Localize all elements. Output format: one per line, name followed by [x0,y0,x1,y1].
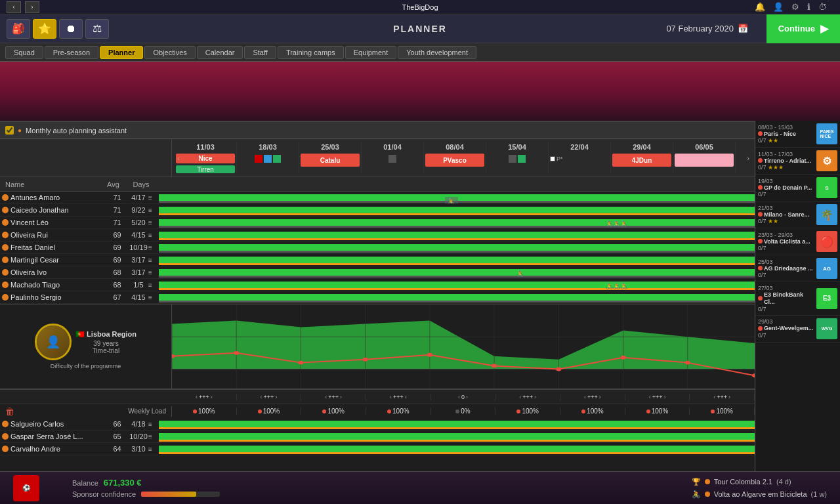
race-catalu[interactable]: Catalu [301,154,360,167]
squad-icon-btn[interactable]: 🎒 [7,19,30,39]
rider-row-s0[interactable]: Salgueiro Carlos 66 4/18 ≡ [0,418,755,430]
race-logo-7: WVG [816,318,837,339]
race-item-5[interactable]: 25/03 AG Driedaagse ... 0/7 AG [755,255,840,282]
back-button[interactable]: ‹ [7,1,21,13]
rider-name-1: Caicedo Jonathan [10,206,106,214]
race-info-7: 29/03 Gent-Wevelgem... 0/7 [758,318,814,339]
rider-name-s0: Salgueiro Carlos [10,420,106,428]
auto-plan-checkbox[interactable] [5,126,14,135]
top-nav[interactable]: ‹ › [7,1,39,13]
rider-menu-icon-s2[interactable]: ≡ [148,446,159,453]
gear-icon[interactable]: ⚙ [791,2,799,12]
rider-chart-3 [159,229,755,241]
rider-avg-6: 68 [106,268,129,276]
rider-menu-icon-0[interactable]: ≡ [148,194,159,201]
rider-row-2[interactable]: Vincent Léo 71 5/20 ≡ 🚴🚴🚴 [0,217,755,229]
rider-row-5[interactable]: Martingil Cesar 69 3/17 ≡ [0,254,755,266]
status-left: Balance 671,330 € Sponsor confidence [72,478,220,498]
race-item-6[interactable]: 27/03 E3 BinckBank Cl... 0/7 E3 [755,282,840,316]
calendar-icon[interactable]: 📅 [738,24,748,33]
balance-value: 671,330 € [104,478,142,488]
rider-row-1[interactable]: Caicedo Jonathan 71 9/22 ≡ [0,204,755,217]
rider-menu-icon-s1[interactable]: ≡ [148,433,159,440]
race-item-3[interactable]: 21/03 Milano - Sanre... 0/7 ★★ 🌴 [755,201,840,228]
weekly-load-label: Weekly Load [128,408,166,415]
rider-chart-7: 🚴🚴🚴 [159,279,755,291]
tab-staff[interactable]: Staff [244,46,276,59]
diff-cell-2[interactable]: ‹+++› [301,394,366,400]
rider-row-0[interactable]: Antunes Amaro 71 4/17 ≡ 🚴 [0,192,755,204]
planner-icon-btn[interactable]: ⭐ [33,19,56,39]
diff-cell-5[interactable]: ‹+++› [495,394,560,400]
rider-menu-icon-7[interactable]: ≡ [148,282,159,289]
tab-youth-development[interactable]: Youth development [398,46,476,59]
svg-point-14 [298,361,303,365]
race-item-0[interactable]: 08/03 - 15/03 Paris - Nice 0/7 ★★ PARISN… [755,121,840,148]
rider-row-3[interactable]: Oliveira Rui 69 4/15 ≡ [0,229,755,242]
rider-name-2: Vincent Léo [10,219,106,226]
svg-marker-0 [172,321,755,369]
race-name-7: Gent-Wevelgem... [764,325,813,332]
rider-menu-icon-s0[interactable]: ≡ [148,421,159,428]
rider-menu-icon-4[interactable]: ≡ [148,244,159,251]
rider-row-4[interactable]: Freitas Daniel 69 10/19 ≡ [0,242,755,254]
rider-menu-icon-1[interactable]: ≡ [148,207,159,214]
diff-cell-1[interactable]: ‹+++› [237,394,302,400]
rider-menu-icon-5[interactable]: ≡ [148,257,159,264]
rider-menu-icon-2[interactable]: ≡ [148,219,159,226]
diff-cell-6[interactable]: ‹+++› [560,394,625,400]
date-col-4: 08/04 [424,142,486,152]
rider-row-s1[interactable]: Gaspar Serra José L... 65 10/20 ≡ [0,430,755,443]
forward-button[interactable]: › [25,1,39,13]
timeline-scroll-left[interactable]: ‹ [172,139,185,177]
diff-cell-7[interactable]: ‹+++› [625,394,690,400]
rider-row-s2[interactable]: Carvalho Andre 64 3/10 ≡ [0,443,755,455]
rider-name-4: Freitas Daniel [10,243,106,251]
sponsor-bar-background [141,492,220,497]
rider-menu-icon-8[interactable]: ≡ [148,294,159,301]
timeline-scroll-right[interactable]: › [742,139,755,177]
person-icon[interactable]: 👤 [773,2,784,12]
history-icon-btn[interactable]: ⏺ [59,19,83,39]
tab-training-camps[interactable]: Training camps [278,46,344,59]
rider-days-0: 4/17 [129,194,148,201]
top-bar: ‹ › TheBigDog 🔔 👤 ⚙ ℹ ⏱ [0,0,840,14]
rider-row-8[interactable]: Paulinho Sergio 67 4/15 ≡ [0,291,755,304]
delete-icon[interactable]: 🗑 [5,406,14,417]
race-item-2[interactable]: 19/03 GP de Denain P... 0/7 S [755,175,840,201]
clock-icon[interactable]: ⏱ [818,2,827,12]
tab-equipment[interactable]: Equipment [345,46,397,59]
rider-chart-8 [159,291,755,303]
continue-button[interactable]: Continue ▶ [766,14,840,43]
rider-days-8: 4/15 [129,293,148,301]
date-col-5: 15/04 [486,142,548,152]
race-item-1[interactable]: 11/03 - 17/03 Tirreno - Adriat... 0/7 ★★… [755,148,840,175]
rider-days-s1: 10/20 [129,432,148,440]
tab-preseason[interactable]: Pre-season [45,46,98,59]
race-item-4[interactable]: 23/03 - 29/03 Volta Ciclista a... 0/7 🔴 [755,228,840,255]
race-pvasco[interactable]: PVasco [425,154,484,167]
rider-chart-s0 [159,418,755,430]
rider-menu-icon-3[interactable]: ≡ [148,232,159,239]
diff-cell-3[interactable]: ‹+++› [366,394,431,400]
diff-cell-0[interactable]: ‹+++› [172,394,237,400]
rider-days-4: 10/19 [129,243,148,251]
race-4jdun[interactable]: 4JDun [612,154,671,167]
manager-specialty: Time-trial [75,347,136,354]
rider-row-6[interactable]: Oliveira Ivo 68 3/17 ≡ 🚴 [0,266,755,279]
info-icon[interactable]: ℹ [807,2,810,12]
tab-squad[interactable]: Squad [5,46,43,59]
table-header: Name Avg Days [0,177,755,192]
diff-cell-8[interactable]: ‹+++› [690,394,755,400]
race-item-7[interactable]: 29/03 Gent-Wevelgem... 0/7 WVG [755,316,840,343]
tab-objectives[interactable]: Objectives [144,46,195,59]
race-logo-2: S [816,177,837,198]
tab-planner[interactable]: Planner [100,46,143,59]
rider-row-7[interactable]: Machado Tiago 68 1/5 ≡ 🚴🚴🚴 [0,279,755,291]
bell-icon[interactable]: 🔔 [755,2,765,12]
balance-icon-btn[interactable]: ⚖ [85,19,109,39]
manager-info: 🇵🇹 Lisboa Region 39 years Time-trial [75,330,136,354]
tab-calendar[interactable]: Calendar [197,46,243,59]
diff-cell-4[interactable]: ‹0› [431,394,496,400]
rider-menu-icon-6[interactable]: ≡ [148,269,159,276]
